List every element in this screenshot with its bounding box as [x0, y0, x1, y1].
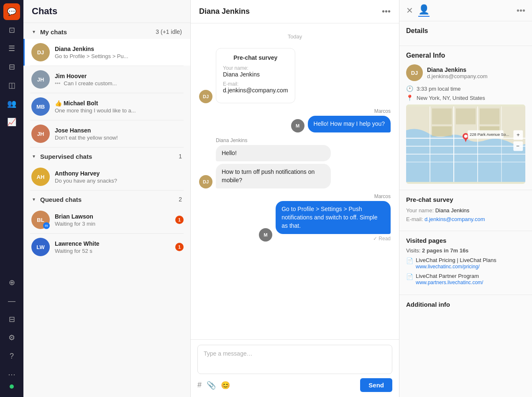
pre-chat-survey-card: Pre-chat survey Your name: Diana Jenkins…	[216, 48, 295, 103]
visits-value: 2 pages in 7m 16s	[422, 247, 468, 254]
diana-avatar-m2: DJ	[199, 175, 212, 188]
send-button[interactable]: Send	[360, 378, 392, 392]
queued-label: Queued chats	[40, 196, 179, 203]
chat-nav-icon[interactable]: 💬	[3, 3, 20, 20]
close-panel-icon[interactable]: ✕	[406, 5, 413, 15]
page-url-1[interactable]: www.livechatinc.com/pricing/	[416, 264, 480, 270]
team-nav-icon[interactable]: 👥	[3, 95, 20, 112]
add-nav-icon[interactable]: ⊕	[3, 274, 20, 291]
more-nav-icon[interactable]: ⋯	[3, 366, 20, 383]
chats-title: Chats	[32, 6, 57, 16]
clock-icon: 🕐	[406, 85, 413, 92]
inbox-nav-icon[interactable]: ⊟	[3, 59, 20, 75]
ticket-nav-icon[interactable]: ◫	[3, 77, 20, 94]
activity-nav-icon[interactable]: ⊡	[3, 22, 20, 38]
general-info-avatar: DJ	[406, 64, 423, 81]
visits-row: Visits: 2 pages in 7m 16s	[406, 247, 525, 254]
svg-rect-10	[456, 109, 476, 125]
chat-messages: Today DJ Pre-chat survey Your name: Dian…	[191, 23, 399, 339]
chart-nav-icon[interactable]: 📈	[3, 114, 20, 130]
user-panel-icon[interactable]: 👤	[418, 4, 430, 17]
svg-rect-12	[480, 109, 500, 125]
messenger-badge: m	[43, 222, 50, 229]
page-url-2[interactable]: www.partners.livechatinc.com/	[416, 280, 483, 285]
attachment-icon[interactable]: 📎	[207, 381, 216, 390]
svg-rect-11	[432, 126, 452, 136]
input-placeholder: Type a message…	[204, 350, 253, 357]
chat-name-jim: Jim Hoover	[55, 73, 184, 79]
message-row-m4: Marcos Go to Profile > Settings > Push n…	[199, 193, 391, 242]
chat-item-lawrence[interactable]: LW Lawrence White Waiting for 52 s 1	[23, 234, 190, 260]
svg-text:−: −	[516, 143, 519, 149]
svg-text:228 Park Avenue So...: 228 Park Avenue So...	[470, 132, 509, 137]
pre-chat-survey-section: Pre-chat survey Your name: Diana Jenkins…	[399, 190, 532, 231]
chat-more-button[interactable]: •••	[382, 7, 391, 16]
page-title-1: LiveChat Pricing | LiveChat Plans	[416, 257, 496, 263]
general-info-email: d.jenkins@company.com	[427, 73, 487, 79]
chat-name-anthony: Anthony Harvey	[55, 170, 184, 177]
msg-bubble-m3: How to turn off push notifications on mo…	[216, 164, 331, 188]
avatar-michael: MB	[31, 97, 50, 116]
chat-item-jose[interactable]: JH Jose Hansen Don't eat the yellow snow…	[23, 120, 190, 147]
chat-name-jose: Jose Hansen	[55, 127, 184, 134]
right-panel-header: ✕ 👤 •••	[399, 0, 532, 21]
brian-badge: 1	[175, 216, 184, 224]
my-chats-label: My chats	[40, 28, 156, 36]
page-doc-icon-1: 📄	[406, 257, 413, 264]
chat-input-toolbar: # 📎 😊 Send	[197, 378, 392, 392]
survey-email-value: d.jenkins@company.com	[223, 87, 288, 94]
chat-preview-michael: One more thing I would like to a...	[55, 107, 184, 114]
general-info-title: General Info	[406, 52, 525, 59]
pre-chat-name-row: Your name: Diana Jenkins	[406, 207, 525, 214]
msg-bubble-m4: Go to Profile > Settings > Push notifica…	[276, 201, 391, 234]
supervised-count: 1	[179, 153, 182, 160]
msg-sender-marcos-1: Marcos	[308, 108, 391, 114]
message-input[interactable]: Type a message…	[197, 345, 392, 374]
survey-name-label: Your name:	[223, 65, 288, 71]
marcos-avatar-1: M	[291, 119, 304, 132]
avatar-lawrence: LW	[31, 238, 50, 256]
help-nav-icon[interactable]: ?	[3, 348, 20, 364]
right-panel-more-icon[interactable]: •••	[517, 6, 525, 15]
list-nav-icon[interactable]: ☰	[3, 40, 20, 57]
chat-preview-diana: Go to Profile > Settings > Pu...	[55, 53, 184, 59]
details-section: Details	[399, 21, 532, 46]
avatar-jose: JH	[31, 125, 50, 143]
supervised-chats-section-header[interactable]: ▾ Supervised chats 1	[23, 148, 190, 163]
minus-nav-icon[interactable]: —	[3, 293, 20, 309]
chat-item-anthony[interactable]: AH Anthony Harvey Do you have any snacks…	[23, 163, 190, 190]
chat-preview-jim: ••• Can I create custom...	[55, 80, 184, 87]
chat-preview-anthony: Do you have any snacks?	[55, 178, 184, 184]
msg-sender-diana-1: Diana Jenkins	[216, 137, 331, 143]
chat-item-brian[interactable]: BL m Brian Lawson Waiting for 3 min 1	[23, 206, 190, 233]
marcos-avatar-2: M	[259, 228, 272, 242]
message-row-m2: DJ Diana Jenkins Hello! How to turn off …	[199, 137, 391, 189]
chat-preview-jose: Don't eat the yellow snow!	[55, 135, 184, 141]
my-chats-section-header[interactable]: ▾ My chats 3 (+1 idle)	[23, 23, 190, 39]
location-row: 📍 New York, NY, United States	[406, 94, 525, 101]
billing-nav-icon[interactable]: ⊟	[3, 311, 20, 328]
chat-preview-brian: Waiting for 3 min	[55, 221, 172, 227]
chat-item-diana[interactable]: DJ Diana Jenkins Go to Profile > Setting…	[23, 39, 190, 66]
queued-chats-section-header[interactable]: ▾ Queued chats 2	[23, 191, 190, 206]
local-time-row: 🕐 3:33 pm local time	[406, 85, 525, 92]
icon-sidebar: 💬 ⊡ ☰ ⊟ ◫ 👥 📈 ⊕ — ⊟ ⚙ ? ⋯	[0, 0, 23, 397]
chat-item-jim[interactable]: JH Jim Hoover ••• Can I create custom...	[23, 66, 190, 93]
pre-chat-email-link[interactable]: d.jenkins@company.com	[425, 216, 485, 222]
status-dot	[10, 384, 14, 389]
settings-nav-icon[interactable]: ⚙	[3, 329, 20, 346]
survey-card-title: Pre-chat survey	[223, 54, 288, 61]
additional-title: Additional info	[406, 301, 525, 308]
chat-item-michael[interactable]: MB 👍 Michael Bolt One more thing I would…	[23, 93, 190, 120]
message-row-m1: Marcos Hello! How may I help you? M	[199, 108, 391, 132]
avatar-brian: BL m	[31, 211, 50, 229]
emoji-icon[interactable]: 😊	[221, 381, 230, 390]
pre-chat-name-value: Diana Jenkins	[435, 207, 470, 214]
details-title: Details	[406, 27, 525, 35]
svg-rect-9	[432, 109, 452, 125]
page-item-2: 📄 LiveChat Partner Program www.partners.…	[406, 273, 525, 285]
location-icon: 📍	[406, 94, 413, 101]
hashtag-icon[interactable]: #	[197, 381, 202, 389]
msg-read-indicator: ✓ Read	[276, 236, 391, 242]
my-chats-chevron: ▾	[30, 28, 38, 36]
